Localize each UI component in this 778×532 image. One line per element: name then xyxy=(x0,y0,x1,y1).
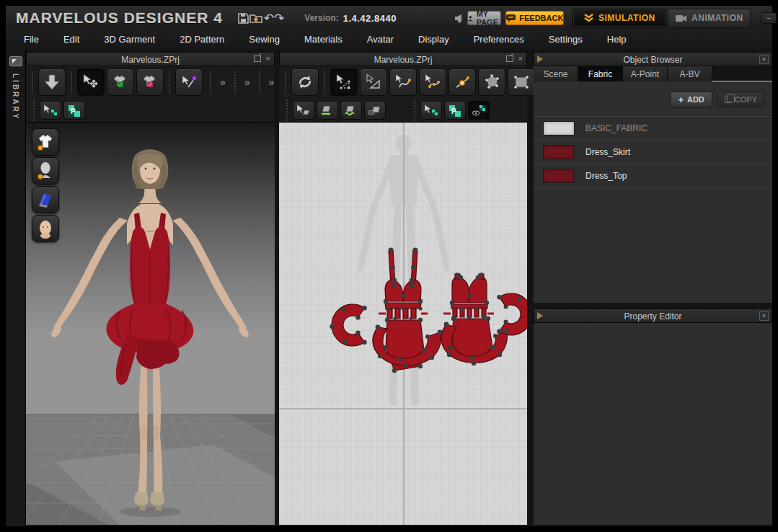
video-camera-icon xyxy=(676,14,686,22)
megaphone-icon[interactable] xyxy=(454,10,467,26)
add-point-icon xyxy=(453,73,472,92)
pin-tool[interactable] xyxy=(175,68,203,96)
show-seams-tool[interactable] xyxy=(364,101,386,120)
panel-2d-pattern: Marvelous.ZPrj × xyxy=(279,52,527,525)
panel-3d-header: Marvelous.ZPrj × xyxy=(26,52,275,66)
copy-icon xyxy=(725,97,731,103)
fabric-name: BASIC_FABRIC xyxy=(585,123,647,133)
menu-item-3d-garment[interactable]: 3D Garment xyxy=(92,30,167,49)
tab-scene[interactable]: Scene xyxy=(534,66,578,81)
property-editor-close-icon[interactable]: × xyxy=(759,311,769,321)
select-texture-tool[interactable] xyxy=(40,101,61,120)
edit-curve-point-tool[interactable] xyxy=(419,68,446,96)
simulation-tab[interactable]: SIMULATION xyxy=(573,9,666,27)
menu-item-2d-pattern[interactable]: 2D Pattern xyxy=(167,30,237,49)
dock-arrow-icon[interactable] xyxy=(537,56,547,63)
sync-2d3d-button[interactable] xyxy=(291,68,319,96)
polygon-pattern-tool[interactable] xyxy=(478,68,505,96)
library-fabric-button[interactable] xyxy=(32,186,59,213)
fabric-row-basic_fabric[interactable]: BASIC_FABRIC xyxy=(534,117,772,141)
svg-text:P: P xyxy=(71,107,76,115)
tab-fabric[interactable]: Fabric xyxy=(578,66,623,81)
animation-tab[interactable]: ANIMATION xyxy=(668,9,751,27)
object-browser-header: Object Browser × xyxy=(534,52,772,66)
object-browser-close-icon[interactable]: × xyxy=(759,55,769,64)
panel-close-icon[interactable]: × xyxy=(518,55,523,62)
fabric-tab-content: + ADD COPY BASIC_FABRICDress_SkirtDress_… xyxy=(534,81,772,303)
menu-bar: FileEdit3D Garment2D PatternSewingMateri… xyxy=(6,30,772,49)
cursor-curve-icon xyxy=(394,73,412,92)
my-page-button[interactable]: MY PAGE xyxy=(467,11,501,25)
save-icon[interactable] xyxy=(237,10,249,26)
plus-icon: + xyxy=(678,94,684,105)
menu-item-preferences[interactable]: Preferences xyxy=(461,30,536,49)
library-head-button[interactable] xyxy=(32,215,59,242)
toolbar-2d-main: » xyxy=(279,66,527,98)
add-point-tool[interactable] xyxy=(448,68,476,96)
simulate-drop-button[interactable] xyxy=(38,68,66,96)
dock-arrow-icon[interactable] xyxy=(537,312,547,319)
toolbar-3d-texture: P xyxy=(26,98,275,123)
minimize-button[interactable]: – xyxy=(761,12,777,24)
show-pattern-map-tool[interactable] xyxy=(136,68,164,96)
floppy-icon xyxy=(237,12,249,25)
object-browser-title: Object Browser xyxy=(623,55,682,65)
undo-icon[interactable]: ↶ xyxy=(264,10,274,26)
rectangle-icon xyxy=(512,73,531,92)
shirt-pink-icon xyxy=(141,73,159,92)
toolbar-overflow-icon[interactable]: » xyxy=(241,76,254,88)
mode-tabs: SIMULATION ANIMATION xyxy=(573,9,751,27)
edit-curvature-tool[interactable] xyxy=(389,68,417,96)
panel-close-icon[interactable]: × xyxy=(266,55,270,62)
viewport-2d[interactable] xyxy=(279,123,527,525)
property-editor-title: Property Editor xyxy=(624,311,681,322)
menu-item-avatar[interactable]: Avatar xyxy=(355,30,406,49)
undock-icon[interactable] xyxy=(506,56,513,62)
edit-pattern-tool[interactable] xyxy=(360,68,387,96)
rectangle-pattern-tool[interactable] xyxy=(508,68,535,96)
library-sidebar-tab[interactable]: LIBRARY xyxy=(6,49,26,526)
segment-sewing-tool[interactable] xyxy=(317,101,338,120)
down-arrow-icon xyxy=(43,73,61,92)
window-controls: – □ ✕ xyxy=(761,12,778,24)
select-move-tool[interactable] xyxy=(77,68,105,96)
free-sewing-tool[interactable] xyxy=(340,101,362,120)
tab-a-bv[interactable]: A-BV xyxy=(668,66,712,81)
cursor-pin-icon xyxy=(180,73,198,92)
pattern-texture-tool[interactable]: P xyxy=(63,101,85,120)
copy-fabric-button[interactable]: COPY xyxy=(717,92,765,107)
menu-item-help[interactable]: Help xyxy=(595,30,639,49)
tab-a-point[interactable]: A-Point xyxy=(623,66,668,81)
fabric-row-dress_top[interactable]: Dress_Top xyxy=(534,164,772,188)
property-editor-content xyxy=(534,323,772,525)
menu-item-materials[interactable]: Materials xyxy=(292,30,355,49)
menu-item-file[interactable]: File xyxy=(12,30,51,49)
edit-sewing-tool[interactable] xyxy=(293,101,314,120)
open-file-icon[interactable] xyxy=(249,10,264,26)
menu-item-edit[interactable]: Edit xyxy=(51,30,92,49)
show-texture-tool[interactable] xyxy=(468,101,490,120)
transform-pattern-tool[interactable] xyxy=(330,68,358,96)
fabric-row-dress_skirt[interactable]: Dress_Skirt xyxy=(534,141,772,164)
cursor-move-icon xyxy=(81,73,100,92)
show-garment-fit-tool[interactable] xyxy=(107,68,134,96)
menu-item-settings[interactable]: Settings xyxy=(536,30,595,49)
property-editor-header: Property Editor × xyxy=(534,309,772,323)
seam-line-icon xyxy=(319,104,335,117)
toolbar-overflow-icon[interactable]: » xyxy=(265,76,278,88)
version-label: Version: xyxy=(304,13,338,23)
library-avatar-button[interactable] xyxy=(32,157,59,185)
pattern-texture-2d-tool[interactable]: P xyxy=(444,101,466,120)
redo-icon[interactable]: ↷ xyxy=(274,10,284,26)
add-fabric-button[interactable]: + ADD xyxy=(670,92,712,107)
feedback-button[interactable]: FEEDBACK xyxy=(505,11,564,25)
version-value: 1.4.42.8440 xyxy=(343,13,397,24)
toolbar-overflow-icon[interactable]: » xyxy=(216,76,229,88)
viewport-3d[interactable] xyxy=(26,123,275,525)
svg-text:P: P xyxy=(451,107,456,115)
menu-item-display[interactable]: Display xyxy=(406,30,461,49)
library-garment-button[interactable] xyxy=(32,128,59,156)
select-texture-2d-tool[interactable] xyxy=(420,101,442,120)
undock-icon[interactable] xyxy=(254,56,261,62)
menu-item-sewing[interactable]: Sewing xyxy=(237,30,292,49)
